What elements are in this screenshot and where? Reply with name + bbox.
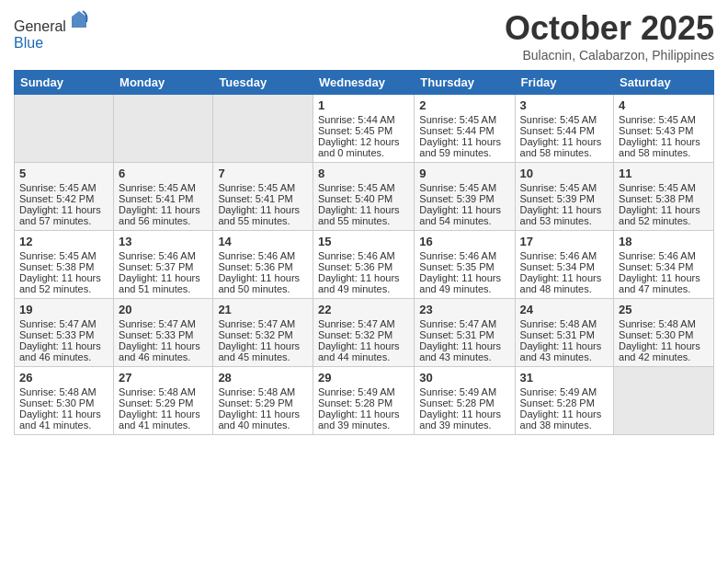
daylight-text: Daylight: 11 hours and 52 minutes. bbox=[619, 204, 709, 226]
daylight-text: Daylight: 11 hours and 43 minutes. bbox=[520, 340, 609, 362]
logo: General Blue bbox=[14, 9, 90, 52]
daylight-text: Daylight: 11 hours and 55 minutes. bbox=[318, 204, 409, 226]
sunset-text: Sunset: 5:41 PM bbox=[119, 193, 208, 204]
day-number: 13 bbox=[119, 235, 208, 248]
sunrise-text: Sunrise: 5:47 AM bbox=[419, 318, 509, 329]
daylight-text: Daylight: 11 hours and 41 minutes. bbox=[19, 408, 108, 431]
sunset-text: Sunset: 5:42 PM bbox=[19, 193, 108, 204]
sunrise-text: Sunrise: 5:45 AM bbox=[520, 114, 609, 125]
calendar-cell: 17Sunrise: 5:46 AMSunset: 5:34 PMDayligh… bbox=[515, 231, 614, 299]
day-number: 15 bbox=[318, 235, 409, 248]
day-number: 14 bbox=[218, 235, 308, 248]
sunrise-text: Sunrise: 5:47 AM bbox=[218, 318, 308, 329]
daylight-text: Daylight: 11 hours and 51 minutes. bbox=[119, 272, 208, 294]
daylight-text: Daylight: 11 hours and 48 minutes. bbox=[520, 272, 609, 294]
sunrise-text: Sunrise: 5:47 AM bbox=[19, 318, 108, 329]
logo-icon bbox=[68, 9, 90, 31]
calendar-cell: 9Sunrise: 5:45 AMSunset: 5:39 PMDaylight… bbox=[415, 163, 515, 231]
sunset-text: Sunset: 5:38 PM bbox=[619, 193, 709, 204]
day-number: 31 bbox=[520, 371, 609, 385]
calendar-cell: 12Sunrise: 5:45 AMSunset: 5:38 PMDayligh… bbox=[15, 231, 114, 299]
day-number: 16 bbox=[419, 235, 509, 248]
page-header: General Blue October 2025 Bulacnin, Cala… bbox=[14, 9, 714, 63]
day-number: 22 bbox=[318, 303, 409, 316]
daylight-text: Daylight: 11 hours and 53 minutes. bbox=[520, 204, 609, 226]
calendar-cell: 26Sunrise: 5:48 AMSunset: 5:30 PMDayligh… bbox=[15, 367, 114, 435]
day-number: 7 bbox=[218, 167, 308, 180]
col-sunday: Sunday bbox=[15, 71, 114, 95]
sunrise-text: Sunrise: 5:48 AM bbox=[119, 386, 208, 397]
sunset-text: Sunset: 5:32 PM bbox=[218, 329, 308, 340]
sunrise-text: Sunrise: 5:45 AM bbox=[419, 114, 509, 125]
sunset-text: Sunset: 5:39 PM bbox=[419, 193, 509, 204]
month-title: October 2025 bbox=[505, 9, 714, 48]
sunrise-text: Sunrise: 5:45 AM bbox=[419, 182, 509, 193]
day-number: 9 bbox=[419, 167, 509, 180]
day-number: 1 bbox=[318, 98, 409, 112]
sunset-text: Sunset: 5:35 PM bbox=[419, 261, 509, 272]
day-number: 21 bbox=[218, 303, 308, 316]
day-number: 27 bbox=[119, 371, 208, 385]
calendar-cell: 27Sunrise: 5:48 AMSunset: 5:29 PMDayligh… bbox=[114, 367, 213, 435]
sunrise-text: Sunrise: 5:45 AM bbox=[318, 182, 409, 193]
calendar-cell: 29Sunrise: 5:49 AMSunset: 5:28 PMDayligh… bbox=[313, 367, 414, 435]
sunset-text: Sunset: 5:34 PM bbox=[520, 261, 609, 272]
calendar-cell: 2Sunrise: 5:45 AMSunset: 5:44 PMDaylight… bbox=[415, 95, 515, 163]
calendar-cell: 18Sunrise: 5:46 AMSunset: 5:34 PMDayligh… bbox=[614, 231, 714, 299]
day-number: 19 bbox=[19, 303, 108, 316]
sunrise-text: Sunrise: 5:48 AM bbox=[619, 318, 709, 329]
calendar-week-1: 1Sunrise: 5:44 AMSunset: 5:45 PMDaylight… bbox=[15, 95, 714, 163]
sunrise-text: Sunrise: 5:45 AM bbox=[119, 182, 208, 193]
sunrise-text: Sunrise: 5:46 AM bbox=[619, 250, 709, 261]
sunset-text: Sunset: 5:39 PM bbox=[520, 193, 609, 204]
page-container: General Blue October 2025 Bulacnin, Cala… bbox=[0, 0, 728, 449]
calendar-cell: 11Sunrise: 5:45 AMSunset: 5:38 PMDayligh… bbox=[614, 163, 714, 231]
col-wednesday: Wednesday bbox=[313, 71, 414, 95]
sunset-text: Sunset: 5:29 PM bbox=[119, 397, 208, 408]
sunset-text: Sunset: 5:44 PM bbox=[520, 125, 609, 136]
sunrise-text: Sunrise: 5:46 AM bbox=[318, 250, 409, 261]
calendar-cell: 3Sunrise: 5:45 AMSunset: 5:44 PMDaylight… bbox=[515, 95, 614, 163]
daylight-text: Daylight: 11 hours and 56 minutes. bbox=[119, 204, 208, 226]
day-number: 2 bbox=[419, 98, 509, 112]
day-number: 5 bbox=[19, 167, 108, 180]
day-number: 24 bbox=[520, 303, 609, 316]
daylight-text: Daylight: 11 hours and 58 minutes. bbox=[520, 136, 609, 158]
calendar-table: Sunday Monday Tuesday Wednesday Thursday… bbox=[14, 70, 714, 435]
calendar-cell: 19Sunrise: 5:47 AMSunset: 5:33 PMDayligh… bbox=[15, 299, 114, 367]
daylight-text: Daylight: 11 hours and 49 minutes. bbox=[419, 272, 509, 294]
daylight-text: Daylight: 11 hours and 43 minutes. bbox=[419, 340, 509, 362]
calendar-cell: 20Sunrise: 5:47 AMSunset: 5:33 PMDayligh… bbox=[114, 299, 213, 367]
daylight-text: Daylight: 11 hours and 46 minutes. bbox=[119, 340, 208, 362]
daylight-text: Daylight: 11 hours and 41 minutes. bbox=[119, 408, 208, 431]
daylight-text: Daylight: 12 hours and 0 minutes. bbox=[318, 136, 409, 158]
sunset-text: Sunset: 5:32 PM bbox=[318, 329, 409, 340]
day-number: 4 bbox=[619, 98, 709, 112]
col-tuesday: Tuesday bbox=[213, 71, 313, 95]
day-number: 29 bbox=[318, 371, 409, 385]
daylight-text: Daylight: 11 hours and 40 minutes. bbox=[218, 408, 308, 431]
day-number: 20 bbox=[119, 303, 208, 316]
sunrise-text: Sunrise: 5:46 AM bbox=[419, 250, 509, 261]
sunrise-text: Sunrise: 5:46 AM bbox=[218, 250, 308, 261]
sunset-text: Sunset: 5:33 PM bbox=[119, 329, 208, 340]
calendar-cell: 13Sunrise: 5:46 AMSunset: 5:37 PMDayligh… bbox=[114, 231, 213, 299]
calendar-week-4: 19Sunrise: 5:47 AMSunset: 5:33 PMDayligh… bbox=[15, 299, 714, 367]
sunset-text: Sunset: 5:29 PM bbox=[218, 397, 308, 408]
logo-blue-text: Blue bbox=[14, 35, 43, 51]
calendar-cell: 30Sunrise: 5:49 AMSunset: 5:28 PMDayligh… bbox=[415, 367, 515, 435]
col-saturday: Saturday bbox=[614, 71, 714, 95]
sunrise-text: Sunrise: 5:45 AM bbox=[619, 114, 709, 125]
sunrise-text: Sunrise: 5:46 AM bbox=[520, 250, 609, 261]
sunrise-text: Sunrise: 5:45 AM bbox=[19, 182, 108, 193]
calendar-cell: 31Sunrise: 5:49 AMSunset: 5:28 PMDayligh… bbox=[515, 367, 614, 435]
logo-general-text: General bbox=[14, 18, 66, 34]
day-number: 23 bbox=[419, 303, 509, 316]
calendar-cell: 6Sunrise: 5:45 AMSunset: 5:41 PMDaylight… bbox=[114, 163, 213, 231]
sunrise-text: Sunrise: 5:45 AM bbox=[520, 182, 609, 193]
daylight-text: Daylight: 11 hours and 46 minutes. bbox=[19, 340, 108, 362]
col-friday: Friday bbox=[515, 71, 614, 95]
calendar-cell bbox=[213, 95, 313, 163]
sunset-text: Sunset: 5:30 PM bbox=[619, 329, 709, 340]
daylight-text: Daylight: 11 hours and 38 minutes. bbox=[520, 408, 609, 431]
